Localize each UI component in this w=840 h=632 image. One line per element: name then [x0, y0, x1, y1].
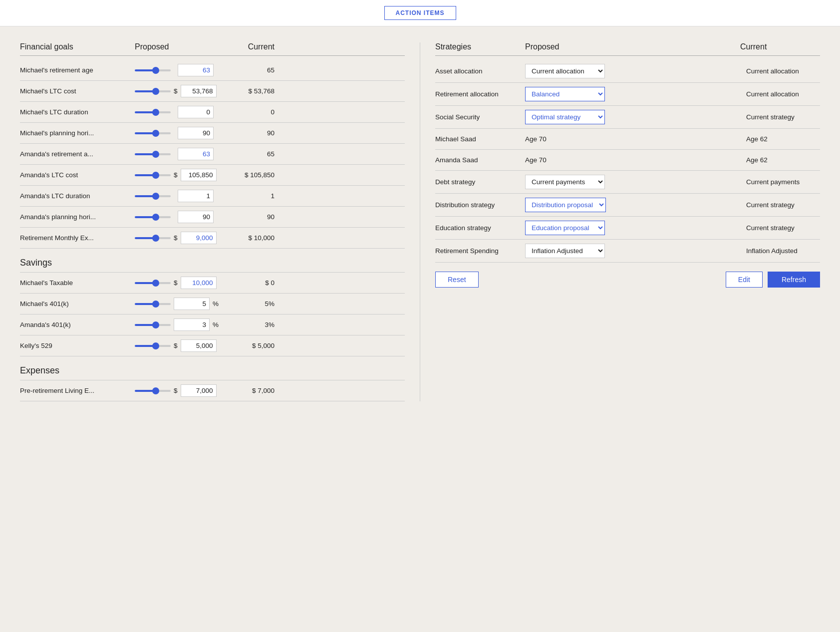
strategy-current-value: Current payments [740, 178, 820, 186]
value-slider[interactable] [135, 111, 171, 113]
strategy-row: Debt strategyCurrent paymentsAggressive … [435, 171, 820, 194]
value-slider[interactable] [135, 90, 171, 92]
slider-container [135, 303, 171, 305]
strategy-row: Education strategyEducation proposalCurr… [435, 217, 820, 240]
value-input[interactable] [178, 190, 214, 202]
current-value: 65 [215, 66, 275, 74]
strategy-dropdown[interactable]: Education proposalCurrent strategy529 pl… [525, 221, 605, 235]
strategy-current-value: Current strategy [740, 201, 820, 209]
slider-container [135, 237, 171, 239]
row-label: Michael's 401(k) [20, 300, 135, 308]
table-row: Retirement Monthly Ex...$$ 10,000 [20, 228, 405, 249]
slider-container [135, 195, 175, 197]
strategy-proposed-text: Age 70 [525, 156, 547, 164]
row-label: Michael's retirement age [20, 66, 135, 74]
strategy-proposed-cell: Distribution proposalCurrent strategyTax… [525, 198, 740, 212]
strategy-row: Michael SaadAge 70Age 62 [435, 129, 820, 150]
current-value: 3% [215, 321, 275, 328]
strategy-proposed-cell: Current paymentsAggressive payoffMinimum… [525, 175, 740, 189]
left-panel: Financial goals Proposed Current Michael… [20, 42, 420, 401]
strategy-dropdown[interactable]: BalancedCurrent allocationAggressiveCons… [525, 87, 605, 101]
currency-prefix: $ [174, 171, 178, 179]
currency-prefix: $ [174, 234, 178, 242]
value-input[interactable] [178, 148, 214, 160]
row-label: Amanda's LTC cost [20, 171, 135, 179]
top-bar: ACTION ITEMS [0, 0, 840, 26]
value-slider[interactable] [135, 324, 171, 326]
current-value: $ 10,000 [215, 234, 275, 242]
value-slider[interactable] [135, 153, 171, 155]
value-slider[interactable] [135, 216, 171, 218]
value-slider[interactable] [135, 390, 171, 392]
table-row: Amanda's 401(k)%3% [20, 315, 405, 335]
value-slider[interactable] [135, 132, 171, 134]
strategy-current-value: Inflation Adjusted [740, 247, 820, 255]
reset-button[interactable]: Reset [435, 272, 479, 288]
table-row: Michael's LTC cost$$ 53,768 [20, 81, 405, 102]
value-slider[interactable] [135, 237, 171, 239]
value-input[interactable] [174, 318, 210, 331]
strategy-dropdown[interactable]: Current allocationBalancedAggressiveCons… [525, 64, 605, 78]
slider-container [135, 345, 171, 347]
value-input[interactable] [181, 169, 217, 181]
strategy-dropdown[interactable]: Distribution proposalCurrent strategyTax… [525, 198, 606, 212]
value-input[interactable] [181, 339, 217, 352]
strategy-row: Distribution strategyDistribution propos… [435, 194, 820, 217]
strategy-dropdown[interactable]: Current paymentsAggressive payoffMinimum… [525, 175, 605, 189]
value-slider[interactable] [135, 195, 171, 197]
slider-container [135, 216, 175, 218]
proposed-cell [135, 64, 215, 76]
value-slider[interactable] [135, 69, 171, 71]
strategy-row: Asset allocationCurrent allocationBalanc… [435, 60, 820, 83]
strategy-dropdown[interactable]: Inflation AdjustedFixedFlexible [525, 244, 605, 258]
right-proposed-header: Proposed [525, 42, 740, 51]
savings-section: Michael's Taxable$$ 0Michael's 401(k)%5%… [20, 273, 405, 356]
value-input[interactable] [178, 64, 214, 76]
current-value: 90 [215, 213, 275, 221]
strategy-row: Amanda SaadAge 70Age 62 [435, 150, 820, 171]
row-label: Kelly's 529 [20, 342, 135, 349]
table-row: Amanda's LTC cost$$ 105,850 [20, 165, 405, 186]
strategy-current-value: Current strategy [740, 224, 820, 232]
value-input[interactable] [178, 211, 214, 223]
table-row: Kelly's 529$$ 5,000 [20, 335, 405, 356]
value-slider[interactable] [135, 345, 171, 347]
edit-refresh-group: Edit Refresh [726, 272, 820, 288]
edit-button[interactable]: Edit [726, 272, 763, 288]
value-input[interactable] [178, 106, 214, 118]
value-slider[interactable] [135, 174, 171, 176]
slider-container [135, 111, 175, 113]
value-slider[interactable] [135, 303, 171, 305]
strategy-row: Retirement SpendingInflation AdjustedFix… [435, 240, 820, 263]
currency-prefix: $ [174, 87, 178, 95]
strategy-label: Social Security [435, 113, 525, 121]
strategy-label: Retirement Spending [435, 247, 525, 255]
refresh-button[interactable]: Refresh [768, 272, 820, 288]
strategy-row: Retirement allocationBalancedCurrent all… [435, 83, 820, 106]
row-label: Amanda's LTC duration [20, 192, 135, 200]
value-input[interactable] [181, 85, 217, 97]
strategy-label: Amanda Saad [435, 156, 525, 164]
strategy-proposed-cell: Inflation AdjustedFixedFlexible [525, 244, 740, 258]
slider-container [135, 153, 175, 155]
strategy-current-value: Age 62 [740, 156, 820, 164]
value-input[interactable] [181, 384, 217, 397]
value-slider[interactable] [135, 282, 171, 284]
proposed-cell: $ [135, 169, 215, 181]
expenses-section: Pre-retirement Living E...$$ 7,000 [20, 380, 405, 401]
action-items-button[interactable]: ACTION ITEMS [384, 6, 456, 20]
buttons-row: Reset Edit Refresh [435, 272, 820, 288]
table-row: Michael's LTC duration0 [20, 102, 405, 123]
current-value: $ 0 [215, 279, 275, 287]
strategy-current-value: Age 62 [740, 135, 820, 143]
value-input[interactable] [178, 127, 214, 139]
strategy-dropdown[interactable]: Optimal strategyCurrent strategyEarlyDel… [525, 110, 605, 124]
proposed-cell: $ [135, 85, 215, 97]
value-input[interactable] [181, 232, 217, 244]
right-label-header: Strategies [435, 42, 525, 51]
value-input[interactable] [181, 277, 217, 289]
slider-container [135, 324, 171, 326]
strategy-proposed-cell: Current allocationBalancedAggressiveCons… [525, 64, 740, 78]
right-current-header: Current [740, 42, 820, 51]
value-input[interactable] [174, 298, 210, 310]
